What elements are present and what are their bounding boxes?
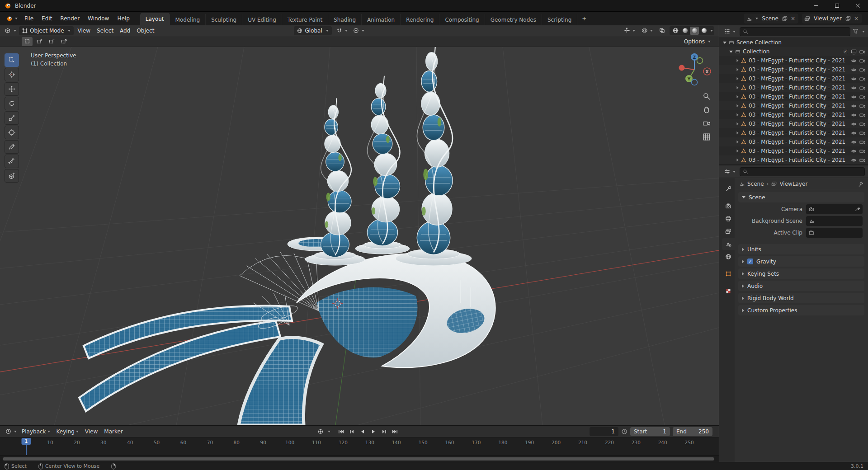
viewport-menu-item[interactable]: Object (133, 25, 157, 36)
toggle-orthographic-icon[interactable] (703, 133, 711, 141)
outliner-editor-type-button[interactable] (722, 27, 737, 36)
disclosure-closed-icon[interactable] (737, 113, 739, 116)
disclosure-closed-icon[interactable] (737, 95, 739, 98)
pan-hand-icon[interactable] (703, 106, 711, 114)
remove-viewlayer-icon[interactable]: × (853, 15, 859, 22)
play-reverse-button[interactable] (358, 428, 368, 436)
outliner-item-row[interactable]: 03 - MrEgypt - Futuristic City - 2021 (719, 128, 868, 137)
viewport-menu-item[interactable]: Add (117, 25, 133, 36)
camera-field[interactable] (806, 204, 863, 214)
disclosure-closed-icon[interactable] (737, 59, 739, 62)
tab-scene-properties[interactable] (722, 238, 735, 250)
workspace-tab[interactable]: Modeling (170, 14, 206, 25)
workspace-tab[interactable]: Geometry Nodes (485, 14, 542, 25)
select-mode-extend-button[interactable] (34, 37, 45, 46)
tab-object-properties[interactable] (722, 268, 735, 280)
eye-visibility-icon[interactable] (851, 76, 857, 82)
eye-visibility-icon[interactable] (851, 103, 857, 109)
monitor-icon[interactable] (851, 49, 857, 55)
object-name-label[interactable]: 03 - MrEgypt - Futuristic City - 2021 (749, 112, 845, 118)
outliner-item-row[interactable]: 03 - MrEgypt - Futuristic City - 2021 (719, 110, 868, 119)
object-name-label[interactable]: 03 - MrEgypt - Futuristic City - 2021 (749, 157, 845, 163)
outliner-item-row[interactable]: 03 - MrEgypt - Futuristic City - 2021 (719, 92, 868, 101)
gizmo-z-negative-axis[interactable] (692, 80, 698, 85)
tool-move-button[interactable] (5, 82, 19, 96)
gizmo-x-negative-axis[interactable] (679, 65, 685, 71)
properties-panel-header[interactable]: ✓ Audio (738, 281, 864, 291)
outliner-item-row[interactable]: 03 - MrEgypt - Futuristic City - 2021 (719, 56, 868, 65)
show-overlays-button[interactable] (640, 26, 655, 35)
shading-material-button[interactable] (690, 27, 699, 35)
disclosure-closed-icon[interactable] (737, 104, 739, 107)
eye-visibility-icon[interactable] (851, 85, 857, 91)
render-camera-icon[interactable] (859, 58, 865, 64)
object-name-label[interactable]: 03 - MrEgypt - Futuristic City - 2021 (749, 103, 845, 109)
scene-name[interactable]: Scene (760, 15, 780, 22)
topbar-menu-item[interactable]: Render (56, 12, 84, 25)
end-frame-field[interactable]: End 250 (673, 427, 712, 436)
breadcrumb-viewlayer[interactable]: ViewLayer (779, 181, 807, 187)
maximize-button[interactable] (826, 0, 847, 11)
timeline-menu-item[interactable]: Keying (53, 428, 82, 435)
gizmo-y-negative-axis[interactable] (697, 58, 703, 64)
object-name-label[interactable]: 03 - MrEgypt - Futuristic City - 2021 (749, 75, 845, 82)
transform-orientation-dropdown[interactable]: Global (294, 26, 331, 35)
properties-search-input[interactable] (740, 167, 865, 176)
render-camera-icon[interactable] (859, 67, 865, 73)
workspace-tab[interactable]: Shading (328, 14, 362, 25)
properties-panel-header[interactable]: ✓ Units (738, 244, 864, 254)
tab-tool-properties[interactable] (722, 183, 735, 195)
tool-transform-button[interactable] (5, 126, 19, 139)
disclosure-open-icon[interactable] (729, 51, 733, 53)
render-camera-icon[interactable] (859, 148, 865, 154)
render-camera-icon[interactable] (859, 130, 865, 136)
options-dropdown[interactable]: Options (684, 38, 714, 45)
topbar-menu-item[interactable]: Edit (38, 12, 56, 25)
zoom-icon[interactable] (703, 92, 711, 100)
preview-range-clock-icon[interactable] (621, 428, 627, 435)
outliner-item-row[interactable]: 03 - MrEgypt - Futuristic City - 2021 (719, 155, 868, 164)
workspace-tab[interactable]: Scripting (542, 14, 577, 25)
start-frame-field[interactable]: Start 1 (630, 427, 670, 436)
add-workspace-button[interactable]: + (577, 15, 591, 22)
tool-select-box-button[interactable] (5, 53, 19, 67)
properties-panel-header[interactable]: ✓ Gravity (738, 256, 864, 267)
disclosure-closed-icon[interactable] (737, 86, 739, 89)
topbar-menu-item[interactable]: Help (113, 12, 133, 25)
eye-visibility-icon[interactable] (851, 130, 857, 136)
render-camera-icon[interactable] (859, 121, 865, 127)
background-scene-field[interactable] (806, 216, 863, 226)
breadcrumb-scene[interactable]: Scene (747, 181, 764, 187)
viewport-menu-item[interactable]: Select (94, 25, 117, 36)
minimize-button[interactable] (806, 0, 826, 11)
render-camera-icon[interactable] (859, 94, 865, 100)
workspace-tab[interactable]: Compositing (439, 14, 485, 25)
filter-icon[interactable] (853, 28, 859, 34)
outliner-item-row[interactable]: 03 - MrEgypt - Futuristic City - 2021 (719, 65, 868, 74)
properties-editor-type-button[interactable] (722, 167, 737, 176)
render-camera-icon[interactable] (859, 85, 865, 91)
disclosure-closed-icon[interactable] (737, 77, 739, 80)
select-mode-subtract-button[interactable] (46, 37, 57, 46)
scene-collection-label[interactable]: Scene Collection (736, 39, 782, 46)
outliner-item-row[interactable]: 03 - MrEgypt - Futuristic City - 2021 (719, 83, 868, 92)
tool-rotate-button[interactable] (5, 97, 19, 110)
timeline-menu-item[interactable]: Marker (101, 428, 126, 435)
select-mode-new-button[interactable] (22, 37, 33, 46)
tool-add-cube-button[interactable] (5, 169, 19, 183)
viewlayer-name[interactable]: ViewLayer (812, 15, 843, 22)
select-mode-invert-button[interactable] (58, 37, 69, 46)
unlink-scene-icon[interactable]: × (790, 15, 796, 22)
tool-annotate-button[interactable] (5, 140, 19, 154)
properties-panel-header[interactable]: ✓ Keying Sets (738, 268, 864, 279)
eye-visibility-icon[interactable] (851, 112, 857, 118)
tab-texture-properties[interactable] (722, 285, 735, 297)
tool-scale-button[interactable] (5, 111, 19, 125)
workspace-tab[interactable]: UV Editing (242, 14, 282, 25)
render-camera-icon[interactable] (859, 157, 865, 163)
render-camera-icon[interactable] (859, 49, 865, 55)
outliner-item-row[interactable]: 03 - MrEgypt - Futuristic City - 2021 (719, 146, 868, 155)
new-viewlayer-icon[interactable] (845, 16, 851, 21)
object-name-label[interactable]: 03 - MrEgypt - Futuristic City - 2021 (749, 85, 845, 91)
eye-visibility-icon[interactable] (851, 157, 857, 163)
